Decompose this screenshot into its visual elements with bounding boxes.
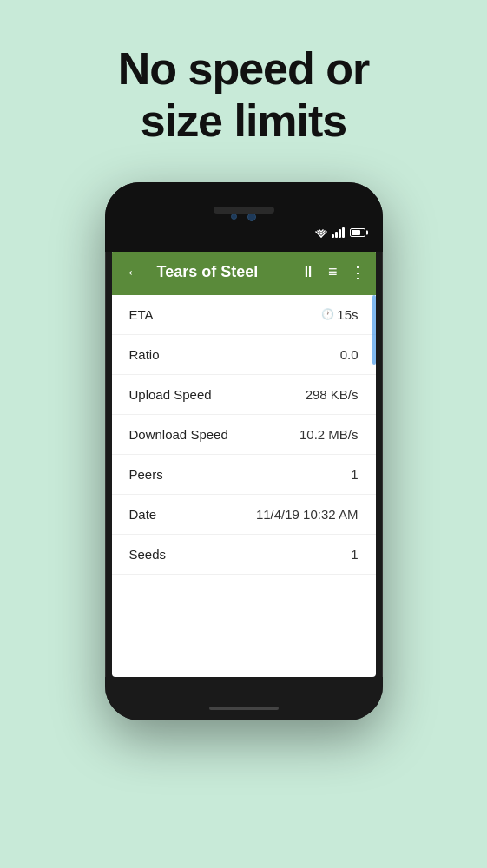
table-row: Ratio 0.0	[112, 335, 376, 375]
camera-lens-left	[231, 214, 237, 220]
back-button[interactable]: ←	[122, 259, 147, 286]
speaker-bar	[214, 207, 274, 214]
headline-line2: size limits	[141, 95, 347, 146]
upload-speed-label: Upload Speed	[129, 387, 212, 402]
table-row: Peers 1	[112, 455, 376, 495]
battery-icon	[350, 228, 365, 237]
download-speed-label: Download Speed	[129, 427, 228, 442]
svg-point-3	[320, 235, 322, 237]
table-row: Seeds 1	[112, 535, 376, 575]
ratio-label: Ratio	[129, 347, 160, 362]
home-indicator	[209, 707, 279, 710]
phone-screen: ← Tears of Steel ⏸ ≡ ⋮ ETA 🕐 15s	[112, 250, 376, 677]
app-toolbar: ← Tears of Steel ⏸ ≡ ⋮	[112, 250, 376, 295]
eta-label: ETA	[129, 307, 154, 322]
headline-line1: No speed or	[118, 43, 370, 94]
signal-bars-icon	[332, 227, 345, 238]
seeds-value: 1	[351, 547, 358, 562]
table-row: Download Speed 10.2 MB/s	[112, 415, 376, 455]
scrollbar[interactable]	[372, 295, 376, 365]
more-button[interactable]: ⋮	[350, 263, 365, 282]
phone-top-bar	[105, 182, 383, 252]
table-row: ETA 🕐 15s	[112, 295, 376, 335]
seeds-label: Seeds	[129, 547, 167, 562]
phone-mockup: ← Tears of Steel ⏸ ≡ ⋮ ETA 🕐 15s	[105, 182, 383, 720]
peers-label: Peers	[129, 467, 163, 482]
data-rows: ETA 🕐 15s Ratio 0.0 Upload Speed 298 KB/…	[112, 295, 376, 575]
upload-speed-value: 298 KB/s	[306, 387, 359, 402]
pause-button[interactable]: ⏸	[300, 263, 316, 281]
ratio-value: 0.0	[340, 347, 359, 362]
phone-shell: ← Tears of Steel ⏸ ≡ ⋮ ETA 🕐 15s	[105, 182, 383, 720]
table-row: Date 11/4/19 10:32 AM	[112, 495, 376, 535]
eta-value: 🕐 15s	[321, 307, 358, 322]
camera-lens-right	[247, 213, 256, 221]
status-bar-icons	[314, 227, 365, 238]
toolbar-title: Tears of Steel	[157, 263, 290, 281]
date-value: 11/4/19 10:32 AM	[256, 507, 359, 522]
toolbar-icons: ⏸ ≡ ⋮	[300, 263, 365, 282]
peers-value: 1	[351, 467, 358, 482]
download-speed-value: 10.2 MB/s	[299, 427, 359, 442]
clock-icon: 🕐	[321, 308, 334, 320]
list-button[interactable]: ≡	[328, 263, 338, 281]
date-label: Date	[129, 507, 157, 522]
table-row: Upload Speed 298 KB/s	[112, 375, 376, 415]
wifi-icon	[314, 227, 328, 238]
phone-bottom	[105, 677, 383, 720]
headline: No speed or size limits	[118, 43, 370, 148]
